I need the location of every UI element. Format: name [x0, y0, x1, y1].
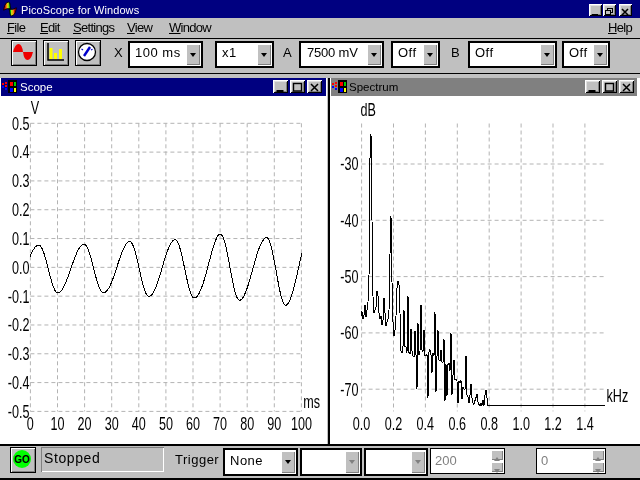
svg-text:-30: -30	[340, 154, 358, 174]
svg-text:10: 10	[51, 414, 65, 434]
svg-text:0.5: 0.5	[12, 114, 30, 134]
svg-text:0.1: 0.1	[12, 229, 30, 249]
svg-text:-0.2: -0.2	[8, 315, 30, 335]
svg-text:-50: -50	[340, 267, 358, 287]
svg-text:0.4: 0.4	[417, 414, 435, 434]
svg-text:V: V	[31, 98, 40, 118]
svg-text:0.0: 0.0	[12, 258, 30, 278]
svg-text:20: 20	[78, 414, 92, 434]
svg-text:0.6: 0.6	[449, 414, 467, 434]
svg-text:dB: dB	[361, 100, 376, 120]
svg-text:0.2: 0.2	[385, 414, 403, 434]
svg-text:80: 80	[240, 414, 254, 434]
svg-text:0.0: 0.0	[353, 414, 371, 434]
svg-text:1.0: 1.0	[512, 414, 530, 434]
svg-text:30: 30	[105, 414, 119, 434]
svg-text:-0.4: -0.4	[8, 373, 30, 393]
svg-text:90: 90	[267, 414, 281, 434]
svg-text:ms: ms	[303, 392, 320, 412]
svg-text:70: 70	[213, 414, 227, 434]
svg-text:kHz: kHz	[607, 386, 629, 406]
svg-text:-60: -60	[340, 323, 358, 343]
svg-text:100: 100	[291, 414, 312, 434]
svg-text:-0.1: -0.1	[8, 287, 30, 307]
svg-text:0.8: 0.8	[480, 414, 498, 434]
svg-text:0.2: 0.2	[12, 200, 30, 220]
svg-text:40: 40	[132, 414, 146, 434]
svg-text:-40: -40	[340, 211, 358, 231]
svg-text:50: 50	[159, 414, 173, 434]
svg-text:0: 0	[27, 414, 34, 434]
svg-text:0.4: 0.4	[12, 142, 30, 162]
svg-text:1.4: 1.4	[576, 414, 594, 434]
svg-text:0.3: 0.3	[12, 171, 30, 191]
svg-text:1.2: 1.2	[544, 414, 562, 434]
svg-text:GO: GO	[14, 454, 30, 465]
svg-text:-0.3: -0.3	[8, 344, 30, 364]
svg-text:60: 60	[186, 414, 200, 434]
svg-text:-70: -70	[340, 380, 358, 400]
